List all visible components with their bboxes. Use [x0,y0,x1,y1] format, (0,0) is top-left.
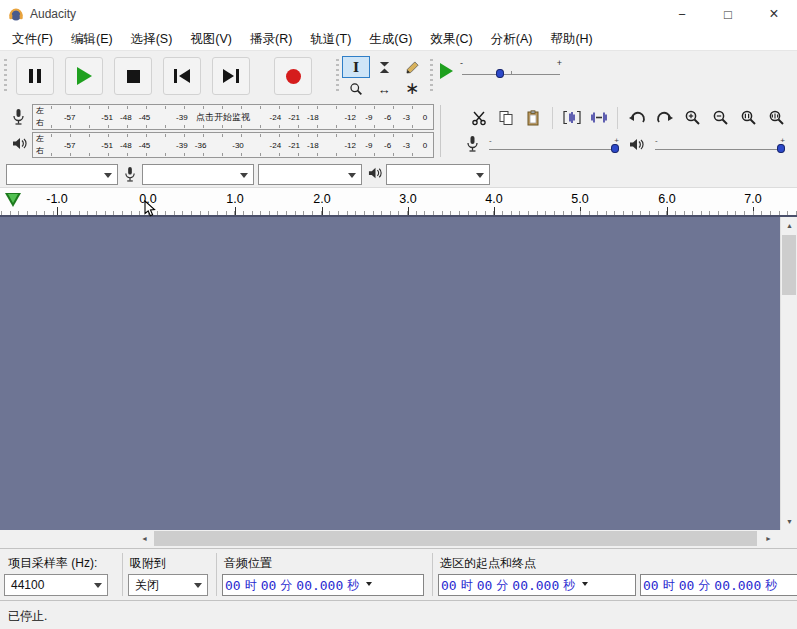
sel-start-format-dropdown[interactable] [579,575,591,595]
menu-file[interactable]: 文件(F) [3,28,62,50]
tools-toolbar: I ↔ ∗ [342,56,426,100]
menu-tracks[interactable]: 轨道(T) [301,28,360,50]
position-format-dropdown[interactable] [363,575,375,595]
selection-end-display[interactable]: 00 时 00 分 00.000 秒 [640,574,797,596]
menu-edit[interactable]: 编辑(E) [62,28,122,50]
timeline-major-tick [667,207,668,215]
recording-volume-slider[interactable]: - + [487,135,621,157]
playback-volume-thumb[interactable] [777,144,785,153]
zoom-selection-button[interactable] [735,105,761,131]
menu-view[interactable]: 视图(V) [181,28,241,50]
audio-position-display[interactable]: 00 时 00 分 00.000 秒 [222,574,424,596]
playback-right-label: 右 [36,147,44,155]
play-icon [77,67,92,85]
menu-analyze[interactable]: 分析(A) [482,28,542,50]
multi-tool-button[interactable]: ∗ [398,78,426,100]
edit-toolbar [466,104,793,131]
selection-tool-button[interactable]: I [342,56,370,78]
recording-volume-track [489,149,619,150]
maximize-button[interactable]: □ [705,0,751,28]
position-hours[interactable]: 00 [223,578,243,593]
scroll-left-button[interactable]: ◄ [136,530,153,547]
copy-button[interactable] [493,105,518,131]
tools-toolbar-gripper[interactable] [336,59,339,93]
pause-button[interactable] [16,57,54,95]
sample-rate-dropdown[interactable]: 44100 [4,574,108,596]
sel-end-seconds[interactable]: 00.000 [712,578,763,593]
scroll-up-button[interactable]: ▲ [781,217,797,234]
zoom-out-button[interactable] [707,105,733,131]
zoom-tool-button[interactable] [342,78,370,100]
playback-channel-labels: 左 右 [36,135,44,155]
minimize-button[interactable]: − [659,0,705,28]
position-minutes[interactable]: 00 [259,578,279,593]
play-button[interactable] [65,57,103,95]
time-shift-tool-button[interactable]: ↔ [370,78,398,100]
recording-device-dropdown[interactable] [142,164,254,185]
speed-plus-label: + [557,58,562,68]
menu-transport[interactable]: 播录(R) [241,28,301,50]
stop-button[interactable] [114,57,152,95]
playback-volume-slider[interactable]: - + [653,135,787,157]
close-button[interactable]: × [751,0,797,28]
scroll-down-button[interactable]: ▼ [781,513,797,530]
snap-to-dropdown[interactable]: 关闭 [128,574,208,596]
sel-start-hours[interactable]: 00 [439,578,459,593]
cut-button[interactable] [466,105,491,131]
speed-slider-thumb[interactable] [496,69,504,78]
draw-tool-button[interactable] [398,56,426,78]
menu-generate[interactable]: 生成(G) [360,28,421,50]
undo-icon [629,111,646,125]
record-button[interactable] [274,57,312,95]
monitoring-hint[interactable]: 点击开始监视 [192,111,254,124]
pin-playhead-button[interactable] [5,193,21,207]
skip-to-end-button[interactable] [212,57,250,95]
skip-to-start-button[interactable] [163,57,201,95]
playback-left-label: 左 [36,135,44,143]
recording-channels-dropdown[interactable] [258,164,362,185]
paste-button[interactable] [521,105,546,131]
scroll-right-button[interactable]: ► [760,530,777,547]
playback-meter-box[interactable]: 左 右 -57 -51 -48 -45 -39 -36 -30 -24 -21 … [32,132,434,158]
skip-end-bar-icon [236,69,239,83]
sel-end-minutes[interactable]: 00 [677,578,697,593]
recording-meter-box[interactable]: 左 右 -57 -51 -48 -45 -39 -24 -21 -18 -12 … [32,104,434,130]
playback-meter[interactable]: 左 右 -57 -51 -48 -45 -39 -36 -30 -24 -21 … [2,132,436,159]
timeline-ruler[interactable]: -1.0 0.0 1.0 2.0 3.0 4.0 5.0 6.0 7.0 [0,188,797,215]
zoom-project-button[interactable] [763,105,789,131]
sel-start-minutes[interactable]: 00 [475,578,495,593]
vertical-scroll-thumb[interactable] [782,235,796,295]
selection-range-label: 选区的起点和终点 [440,555,536,572]
audacity-window: Audacity − □ × 文件(F) 编辑(E) 选择(S) 视图(V) 播… [0,0,797,629]
vertical-scrollbar[interactable]: ▲ ▼ [780,217,797,530]
menu-effect[interactable]: 效果(C) [421,28,481,50]
position-seconds[interactable]: 00.000 [294,578,345,593]
horizontal-scrollbar[interactable]: ◄ ► [0,530,797,548]
transport-toolbar-gripper[interactable] [4,59,7,93]
silence-audio-button[interactable] [586,105,611,131]
undo-button[interactable] [624,105,649,131]
audio-host-dropdown[interactable] [6,164,118,185]
recording-volume-thumb[interactable] [611,144,619,153]
redo-button[interactable] [652,105,677,131]
sel-start-seconds[interactable]: 00.000 [510,578,561,593]
paste-icon [525,110,541,126]
zoom-out-icon [712,109,729,126]
zoom-in-button[interactable] [679,105,705,131]
track-panel[interactable]: ▲ ▼ [0,215,797,530]
envelope-tool-button[interactable] [370,56,398,78]
menu-bar: 文件(F) 编辑(E) 选择(S) 视图(V) 播录(R) 轨道(T) 生成(G… [0,28,797,50]
playback-device-dropdown[interactable] [386,164,490,185]
horizontal-scroll-thumb[interactable] [154,531,757,546]
menu-select[interactable]: 选择(S) [122,28,182,50]
recording-meter[interactable]: 左 右 -57 -51 -48 -45 -39 -24 -21 -18 -12 … [2,104,436,131]
toolbar-row-meters: 左 右 -57 -51 -48 -45 -39 -24 -21 -18 -12 … [0,101,797,161]
status-bar: 已停止. [0,600,797,629]
play-at-speed-gripper[interactable] [430,59,433,93]
selection-start-display[interactable]: 00 时 00 分 00.000 秒 [438,574,636,596]
play-speed-slider[interactable]: - + [460,59,562,83]
play-at-speed-button[interactable] [440,63,453,79]
trim-audio-button[interactable] [559,105,584,131]
menu-help[interactable]: 帮助(H) [541,28,601,50]
sel-end-hours[interactable]: 00 [641,578,661,593]
